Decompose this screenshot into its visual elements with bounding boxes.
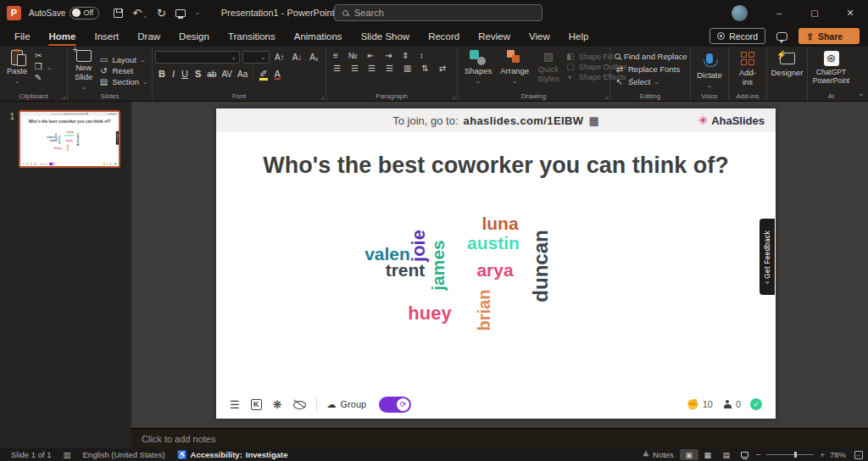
zoom-slider[interactable] (766, 454, 814, 455)
ribbon-tab[interactable]: File (5, 25, 40, 47)
slideshow-view-button[interactable] (736, 449, 754, 460)
font-name-combo[interactable]: ⌄ (155, 51, 240, 64)
align-center-button[interactable]: ☰ (348, 64, 360, 73)
zoom-level[interactable]: 78% (826, 450, 849, 459)
text-direction-button[interactable]: ↕ (417, 51, 426, 60)
paste-button[interactable]: Paste ⌄ (3, 49, 31, 86)
minimize-button[interactable]: – (761, 0, 797, 25)
slide-editing-canvas[interactable]: To join, go to: ahaslides.com/1EIBW ▦ ✳ … (131, 102, 868, 428)
hide-results-icon[interactable] (293, 398, 306, 410)
numbering-button[interactable]: № (346, 51, 360, 60)
start-slideshow-icon[interactable] (175, 9, 186, 17)
celebration-icon[interactable]: ❋ (273, 398, 282, 411)
select-button[interactable]: ↖Select⌄ (615, 78, 686, 86)
autosave-toggle[interactable]: Off (70, 7, 99, 19)
ribbon-tab[interactable]: Record (419, 25, 469, 47)
chatgpt-powerpoint-button[interactable]: ⊛ ChatGPT PowerPoint (810, 49, 852, 86)
save-icon[interactable] (114, 8, 123, 18)
copy-button[interactable]: ❐⌄ (33, 63, 52, 71)
replace-fonts-button[interactable]: ⇄Replace Fonts (615, 65, 686, 74)
search-input[interactable]: Search (334, 4, 542, 21)
justify-button[interactable]: ☰ (383, 64, 396, 73)
font-size-combo[interactable]: ⌄ (242, 51, 270, 64)
language-status[interactable]: English (United States) (77, 450, 171, 459)
user-avatar[interactable] (732, 5, 748, 21)
increase-indent-button[interactable]: ⇥ (382, 51, 394, 60)
maximize-button[interactable]: ▢ (797, 0, 832, 25)
drawing-dialog-launcher-icon[interactable]: ⌟ (605, 93, 608, 100)
collapse-ribbon-icon[interactable]: ⌄ (854, 47, 868, 101)
ribbon-tab[interactable]: Slide Show (352, 25, 420, 47)
find-replace-button[interactable]: Find and Replace (615, 53, 686, 61)
text-highlight-button[interactable]: ✐ (256, 69, 270, 80)
group-setting[interactable]: ☁ Group (327, 399, 367, 410)
quick-styles-button[interactable]: ▨ Quick Styles (533, 50, 564, 85)
line-spacing-button[interactable]: ⇕ (399, 51, 411, 60)
strikethrough-button[interactable]: ab (204, 69, 219, 79)
bullets-button[interactable]: ≡ (331, 51, 341, 60)
close-button[interactable]: ✕ (832, 0, 868, 25)
clear-formatting-button[interactable]: Aₓ (307, 53, 320, 62)
shrink-font-button[interactable]: A↓ (290, 53, 305, 62)
font-color-button[interactable]: A (271, 69, 284, 79)
paste-dropdown-icon[interactable]: ⌄ (14, 78, 19, 85)
ribbon-tab[interactable]: Review (469, 25, 520, 47)
ribbon-tab[interactable]: Insert (85, 25, 128, 47)
autosave-control[interactable]: AutoSave Off (29, 7, 99, 19)
designer-button[interactable]: Designer (770, 49, 804, 79)
layout-button[interactable]: ▭Layout⌄ (98, 56, 147, 64)
zoom-slider-thumb[interactable] (794, 452, 797, 458)
align-text-button[interactable]: ⇅ (419, 64, 431, 73)
zoom-in-button[interactable]: + (818, 450, 826, 459)
ribbon-tab[interactable]: Help (559, 25, 598, 47)
share-button[interactable]: ⇧ Share ⌄ (798, 28, 860, 44)
align-left-button[interactable]: ☰ (331, 64, 343, 73)
clipboard-dialog-launcher-icon[interactable]: ⌟ (63, 93, 65, 100)
font-dialog-launcher-icon[interactable]: ⌟ (321, 93, 324, 100)
grow-font-button[interactable]: A↑ (272, 53, 287, 62)
redo-button[interactable]: ↻ (157, 7, 166, 19)
comments-icon[interactable] (776, 32, 787, 41)
fit-slide-to-window-button[interactable]: ↔ (854, 451, 863, 459)
align-right-button[interactable]: ☰ (365, 64, 378, 73)
record-button[interactable]: Record (709, 28, 765, 44)
ribbon-tab[interactable]: Animations (285, 25, 352, 47)
accessibility-status[interactable]: ♿ Accessibility: Investigate (171, 450, 294, 459)
character-spacing-button[interactable]: AV (219, 69, 235, 79)
notes-pane[interactable]: Click to add notes (131, 428, 868, 448)
underline-button[interactable]: U (178, 69, 192, 79)
columns-button[interactable]: ▥ (401, 64, 414, 73)
slide-1[interactable]: To join, go to: ahaslides.com/1EIBW ▦ ✳ … (216, 108, 776, 419)
undo-dropdown-icon[interactable]: ⌄ (142, 13, 147, 19)
new-slide-button[interactable]: New Slide ⌄ (70, 49, 97, 92)
present-toggle[interactable]: ⟳ (379, 397, 411, 413)
convert-smartart-button[interactable]: ⇄ (437, 64, 448, 73)
section-button[interactable]: ▤Section⌄ (98, 78, 147, 86)
undo-button[interactable]: ↶⌄ (132, 7, 147, 19)
ribbon-tab[interactable]: Draw (128, 25, 170, 47)
bold-button[interactable]: B (155, 69, 169, 79)
slide-1-thumbnail[interactable]: To join, go to: ahaslides.com/1EIBW ▦ ✳A… (19, 110, 120, 168)
customize-quick-access-icon[interactable]: ⌄ (195, 9, 200, 16)
ribbon-tab[interactable]: View (520, 25, 559, 47)
dictate-button[interactable]: Dictate ⌄ (693, 49, 726, 90)
ribbon-tab[interactable]: Home (40, 25, 86, 47)
powerpoint-app-icon[interactable]: P (7, 6, 21, 20)
change-case-button[interactable]: Aa (235, 69, 250, 79)
normal-view-button[interactable]: ▣ (680, 449, 698, 460)
shapes-button[interactable]: Shapes ⌄ (460, 49, 496, 86)
arrange-button[interactable]: Arrange ⌄ (496, 49, 533, 86)
notes-toggle-button[interactable]: ≜ Notes (637, 450, 680, 459)
ribbon-tab[interactable]: Design (170, 25, 219, 47)
cut-button[interactable]: ✂ (33, 52, 52, 60)
get-feedback-tab[interactable]: ‹ Get Feedback (760, 219, 775, 295)
ribbon-tab[interactable]: Transitions (219, 25, 285, 47)
italic-button[interactable]: I (169, 69, 178, 79)
paragraph-dialog-launcher-icon[interactable]: ⌟ (453, 93, 455, 100)
reading-view-button[interactable]: ▤ (717, 449, 736, 460)
format-painter-button[interactable]: ✎ (33, 74, 52, 82)
text-shadow-button[interactable]: S (192, 69, 204, 79)
spellcheck-icon[interactable]: ▥ (58, 450, 77, 459)
keyboard-shortcut-icon[interactable]: K (251, 399, 262, 410)
zoom-out-button[interactable]: − (754, 450, 763, 459)
